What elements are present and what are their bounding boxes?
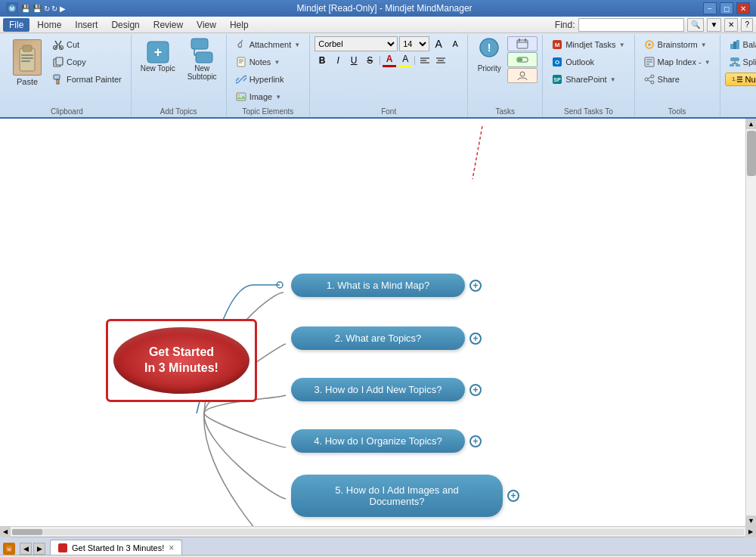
- tab-main[interactable]: Get Started In 3 Minutes! ×: [50, 540, 182, 555]
- brainstorm-button[interactable]: Brainstorm ▼: [640, 36, 715, 53]
- copy-button[interactable]: Copy: [48, 54, 126, 70]
- scroll-up-btn[interactable]: ▲: [746, 119, 756, 129]
- menu-file[interactable]: File: [3, 18, 29, 32]
- scroll-thumb-right[interactable]: [747, 131, 756, 176]
- menu-insert[interactable]: Insert: [69, 18, 104, 32]
- branch-node-1-plus[interactable]: +: [469, 280, 482, 292]
- svg-point-48: [648, 43, 651, 46]
- svg-rect-12: [57, 79, 59, 84]
- underline-btn[interactable]: U: [346, 53, 361, 68]
- sharepoint-button[interactable]: SP SharePoint ▼: [547, 71, 629, 88]
- tools-group-label: Tools: [668, 107, 686, 116]
- svg-text:M: M: [8, 547, 11, 552]
- restore-btn[interactable]: ◻: [720, 2, 733, 14]
- window-controls[interactable]: − ◻ ✕: [703, 2, 750, 14]
- paste-button[interactable]: Paste: [8, 36, 47, 88]
- task-assign-btn[interactable]: [507, 68, 538, 83]
- attachment-button[interactable]: Attachment ▼: [231, 36, 305, 53]
- branch-node-4-plus[interactable]: +: [469, 435, 482, 447]
- scroll-thumb-bottom[interactable]: [12, 529, 42, 535]
- map-index-button[interactable]: Map Index - ▼: [640, 54, 715, 70]
- cut-button[interactable]: Cut: [48, 36, 126, 53]
- bold-btn[interactable]: B: [314, 53, 330, 68]
- quick-access-bar: 💾 💾 ↻ ↻ ▶: [21, 5, 66, 13]
- find-input[interactable]: [578, 18, 684, 32]
- share-label: Share: [658, 75, 680, 84]
- align-center-btn[interactable]: [433, 53, 448, 68]
- scrollbar-bottom[interactable]: ◀ ▶: [0, 526, 756, 537]
- numbering-button[interactable]: 1. Numbering ▼: [725, 73, 756, 86]
- scroll-left-btn[interactable]: ◀: [0, 527, 11, 537]
- minimize-btn[interactable]: −: [703, 2, 717, 14]
- image-arrow[interactable]: ▼: [275, 94, 281, 101]
- format-painter-button[interactable]: Format Painter: [48, 71, 126, 88]
- tab-nav-icon[interactable]: M: [3, 543, 15, 555]
- find-options-btn[interactable]: ▼: [707, 18, 722, 32]
- grow-font-btn[interactable]: A: [431, 36, 446, 51]
- highlight-color-btn[interactable]: A: [398, 54, 412, 67]
- svg-rect-11: [54, 75, 60, 79]
- svg-rect-39: [518, 58, 522, 61]
- svg-text:M: M: [10, 6, 14, 11]
- close-btn[interactable]: ✕: [736, 2, 750, 14]
- shrink-font-btn[interactable]: A: [448, 36, 463, 51]
- branch-node-1-text: 1. What is a Mind Map?: [327, 280, 430, 291]
- central-node[interactable]: Get StartedIn 3 Minutes!: [106, 319, 257, 402]
- branch-node-1[interactable]: 1. What is a Mind Map? +: [291, 274, 465, 297]
- new-subtopic-button[interactable]: NewSubtopic: [183, 36, 222, 83]
- svg-line-56: [648, 77, 651, 79]
- find-search-btn[interactable]: 🔍: [687, 18, 704, 32]
- task-progress-btn[interactable]: [507, 52, 538, 67]
- scrollbar-right[interactable]: ▲ ▼: [745, 119, 756, 526]
- menu-design[interactable]: Design: [105, 18, 145, 32]
- find-x-btn[interactable]: ✕: [724, 18, 738, 32]
- italic-btn[interactable]: I: [330, 53, 345, 68]
- menu-home[interactable]: Home: [31, 18, 67, 32]
- branch-node-4[interactable]: 4. How do I Organize Topics? +: [291, 429, 465, 453]
- tab-bar: M ◀ ▶ Get Started In 3 Minutes! ×: [0, 537, 756, 555]
- font-name-select[interactable]: Corbel: [314, 36, 398, 51]
- new-topic-button[interactable]: + New Topic: [136, 36, 180, 75]
- notes-arrow[interactable]: ▼: [274, 59, 280, 66]
- mindjet-tasks-label: Mindjet Tasks: [565, 40, 615, 49]
- font-group-label: Font: [381, 107, 396, 116]
- scroll-right-btn[interactable]: ▶: [745, 527, 756, 537]
- priority-button[interactable]: ! Priority: [472, 36, 506, 76]
- menu-view[interactable]: View: [191, 18, 222, 32]
- svg-point-40: [520, 72, 525, 76]
- menu-help[interactable]: Help: [224, 18, 255, 32]
- sharepoint-label: SharePoint: [565, 75, 606, 84]
- branch-node-5-plus[interactable]: +: [507, 490, 519, 502]
- branch-node-5[interactable]: 5. How do I Add Images andDocuments? +: [291, 475, 503, 517]
- send-tasks-group-label: Send Tasks To: [564, 107, 613, 116]
- find-help-btn[interactable]: ?: [741, 18, 753, 32]
- balance-map-button[interactable]: Balance Map: [725, 36, 756, 53]
- menu-review[interactable]: Review: [147, 18, 189, 32]
- branch-node-3-text: 3. How do I Add New Topics?: [314, 384, 442, 395]
- outlook-button[interactable]: O Outlook: [547, 54, 629, 70]
- branch-node-3-plus[interactable]: +: [469, 384, 482, 396]
- image-button[interactable]: Image ▼: [231, 88, 305, 105]
- share-button[interactable]: Share: [640, 71, 715, 88]
- attachment-arrow[interactable]: ▼: [294, 42, 300, 48]
- branch-node-3[interactable]: 3. How do I Add New Topics? +: [291, 378, 465, 401]
- branch-node-2-plus[interactable]: +: [469, 333, 482, 345]
- branch-node-2[interactable]: 2. What are Topics? +: [291, 326, 465, 350]
- tab-close-btn[interactable]: ×: [169, 543, 174, 553]
- priority-label: Priority: [478, 64, 501, 73]
- scroll-down-btn[interactable]: ▼: [746, 515, 756, 526]
- tab-next-btn[interactable]: ▶: [33, 543, 45, 555]
- strikethrough-btn[interactable]: S: [362, 53, 377, 68]
- svg-rect-69: [730, 64, 734, 67]
- mindjet-tasks-button[interactable]: M Mindjet Tasks ▼: [547, 36, 629, 53]
- hyperlink-button[interactable]: Hyperlink: [231, 71, 305, 88]
- task-date-btn[interactable]: [507, 36, 538, 51]
- find-label: Find:: [555, 20, 575, 30]
- split-topic-button[interactable]: Split - Topic ▼: [725, 54, 756, 70]
- tab-prev-btn[interactable]: ◀: [20, 543, 32, 555]
- align-left-btn[interactable]: [417, 53, 432, 68]
- notes-button[interactable]: Notes ▼: [231, 54, 305, 70]
- font-color-btn[interactable]: A: [383, 54, 396, 67]
- font-size-select[interactable]: 14: [399, 36, 429, 51]
- image-label: Image: [249, 92, 273, 101]
